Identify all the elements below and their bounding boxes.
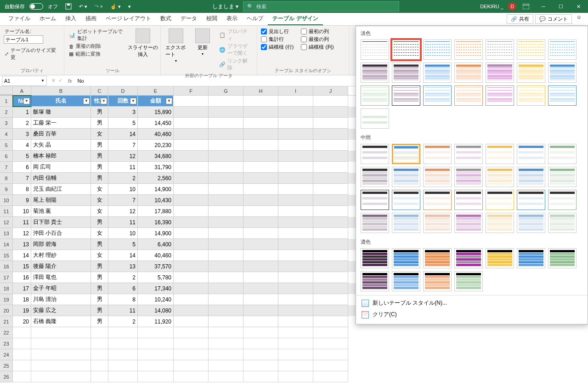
table-cell[interactable]: 女 (91, 184, 108, 195)
cell[interactable] (278, 360, 313, 371)
cell[interactable] (243, 173, 278, 184)
table-cell[interactable]: 13 (13, 239, 31, 250)
table-style-swatch[interactable] (517, 213, 545, 233)
cell[interactable] (174, 162, 209, 173)
cell[interactable] (209, 239, 243, 250)
table-cell[interactable]: 男 (91, 140, 108, 151)
table-cell[interactable]: 7 (13, 173, 31, 184)
cell[interactable] (174, 151, 209, 162)
filter-dropdown-icon[interactable]: ▼ (23, 98, 30, 104)
cell[interactable] (209, 349, 243, 360)
cell[interactable] (31, 371, 91, 382)
cell[interactable] (209, 96, 243, 107)
cell[interactable] (278, 107, 313, 118)
cell[interactable] (243, 239, 278, 250)
table-style-swatch[interactable] (423, 144, 452, 164)
table-cell[interactable]: 14 (108, 250, 138, 261)
table-cell[interactable]: 3 (13, 129, 31, 140)
table-cell[interactable]: 桑田 百華 (31, 129, 91, 140)
cell[interactable] (278, 327, 313, 338)
cell[interactable] (31, 327, 91, 338)
table-cell[interactable]: 14,080 (138, 305, 174, 316)
comment-button[interactable]: 💬 コメント (535, 14, 572, 24)
fx-icon[interactable]: fx (65, 78, 75, 84)
table-cell[interactable]: 37,570 (138, 261, 174, 272)
cell[interactable] (243, 305, 278, 316)
column-header[interactable]: D (108, 86, 138, 95)
row-header[interactable]: 15 (0, 250, 13, 261)
cell[interactable] (278, 305, 313, 316)
table-cell[interactable]: 男 (91, 305, 108, 316)
table-style-swatch[interactable] (392, 190, 420, 210)
cell[interactable] (243, 206, 278, 217)
select-all-corner[interactable] (0, 86, 13, 95)
table-cell[interactable]: 2 (13, 118, 31, 129)
cell[interactable] (313, 360, 348, 371)
row-header[interactable]: 16 (0, 261, 13, 272)
row-header[interactable]: 9 (0, 184, 13, 195)
avatar[interactable]: D (508, 2, 516, 11)
export-button[interactable]: エクスポート▾ (164, 28, 187, 64)
table-cell[interactable]: 尾上 朝陽 (31, 195, 91, 206)
cell[interactable] (174, 305, 209, 316)
cell[interactable] (313, 371, 348, 382)
table-style-swatch[interactable] (486, 40, 514, 60)
cell[interactable] (313, 261, 348, 272)
table-style-swatch[interactable] (548, 167, 577, 187)
cell[interactable] (313, 107, 348, 118)
cell[interactable] (313, 349, 348, 360)
search-box[interactable]: 🔍 検索 (243, 1, 399, 11)
cell[interactable] (108, 349, 138, 360)
table-header-cell[interactable]: 回数▼ (108, 96, 138, 107)
table-cell[interactable]: 19 (13, 305, 31, 316)
cell[interactable] (278, 294, 313, 305)
table-style-swatch[interactable] (423, 190, 452, 210)
table-style-swatch[interactable] (486, 213, 514, 233)
table-cell[interactable]: 10,430 (138, 195, 174, 206)
row-header[interactable]: 4 (0, 129, 13, 140)
first-col-checkbox[interactable]: 最初の列 (301, 28, 334, 35)
table-cell[interactable]: 男 (91, 239, 108, 250)
table-cell[interactable]: 男 (91, 173, 108, 184)
column-header[interactable]: J (313, 86, 348, 95)
cell[interactable] (278, 118, 313, 129)
table-style-swatch[interactable] (361, 167, 389, 187)
table-cell[interactable]: 15 (13, 261, 31, 272)
column-header[interactable]: F (174, 86, 209, 95)
remove-duplicates-button[interactable]: 🗑 重複の削除 (68, 42, 124, 50)
banded-cols-checkbox[interactable]: 縞模様 (列) (301, 43, 334, 51)
table-style-swatch[interactable] (423, 62, 452, 83)
cell[interactable] (313, 206, 348, 217)
table-cell[interactable]: 16 (13, 272, 31, 283)
table-style-swatch[interactable] (423, 85, 452, 106)
row-header[interactable]: 19 (0, 294, 13, 305)
table-style-swatch[interactable] (454, 271, 483, 291)
table-cell[interactable]: 5,780 (138, 272, 174, 283)
table-style-swatch[interactable] (392, 248, 420, 268)
table-cell[interactable]: 14,450 (138, 118, 174, 129)
table-cell[interactable]: 6 (13, 162, 31, 173)
table-cell[interactable]: 男 (91, 261, 108, 272)
table-cell[interactable]: 2 (108, 316, 138, 327)
column-header[interactable]: H (243, 86, 278, 95)
table-header-cell[interactable]: 金額▼ (138, 96, 174, 107)
table-cell[interactable]: 後藤 陽介 (31, 261, 91, 272)
cell[interactable] (243, 184, 278, 195)
cell[interactable] (243, 96, 278, 107)
row-header[interactable]: 1 (0, 96, 13, 107)
cancel-formula-icon[interactable]: ✕ (51, 78, 56, 84)
table-cell[interactable]: 11 (108, 305, 138, 316)
table-style-swatch[interactable] (392, 85, 420, 106)
cell[interactable] (278, 338, 313, 349)
table-cell[interactable]: 20,230 (138, 140, 174, 151)
table-cell[interactable]: 40,460 (138, 250, 174, 261)
table-cell[interactable]: 11 (108, 162, 138, 173)
cell[interactable] (91, 360, 108, 371)
table-cell[interactable]: 男 (91, 151, 108, 162)
table-cell[interactable]: 飯塚 徹 (31, 107, 91, 118)
cell[interactable] (138, 371, 174, 382)
cell[interactable] (278, 283, 313, 294)
table-style-swatch[interactable] (361, 144, 389, 164)
table-cell[interactable]: 10 (13, 206, 31, 217)
cell[interactable] (209, 173, 243, 184)
